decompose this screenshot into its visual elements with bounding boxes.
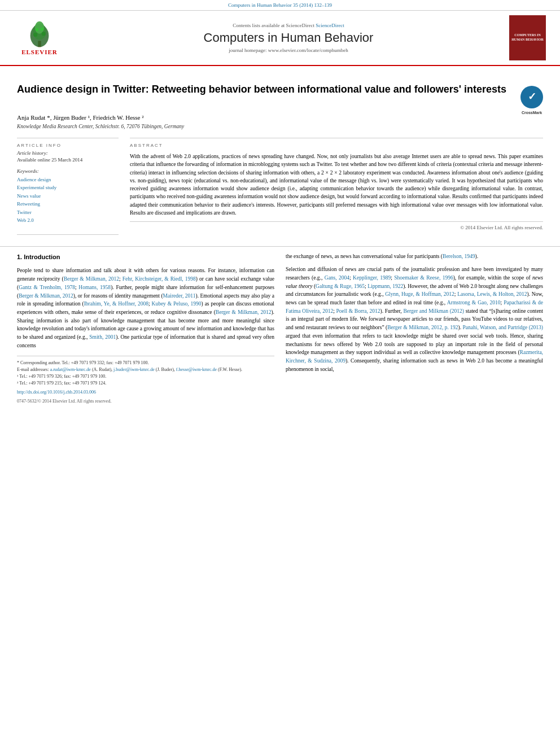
ref-berger-milkman-5[interactable]: Berger & Milkman, 2012, p. 192 [387, 325, 458, 330]
journal-center: Contents lists available at ScienceDirec… [68, 23, 509, 53]
keyword-3[interactable]: News value [17, 192, 119, 200]
article-history: Article history: Available online 25 Mar… [17, 150, 119, 163]
svg-point-7 [41, 28, 43, 30]
keyword-1[interactable]: Audience design [17, 176, 119, 184]
history-label: Article history: [17, 150, 119, 156]
content-area: Audience design in Twitter: Retweeting b… [0, 66, 560, 243]
journal-title: Computers in Human Behavior [79, 30, 498, 45]
ref-galtung[interactable]: Galtung & Ruge, 1965 [316, 283, 365, 289]
footnote-email: E-mail addresses: a.rudat@iwm-kmrc.de (A… [17, 366, 274, 373]
ref-razmerita[interactable]: Razmerita, Kirchner, & Sudzina, 2009 [286, 350, 543, 364]
intro-paragraph-1: People tend to share information and tal… [17, 267, 274, 350]
article-info: ARTICLE INFO Article history: Available … [17, 138, 119, 235]
article-info-title: ARTICLE INFO [17, 143, 119, 148]
science-direct-link: Contents lists available at ScienceDirec… [79, 23, 498, 28]
ref-kepplinger[interactable]: Kepplinger, 1989 [353, 275, 391, 281]
paper-title-text: Audience design in Twitter: Retweeting b… [17, 83, 520, 96]
ref-homans[interactable]: Homans, 1958 [78, 285, 111, 290]
svg-point-6 [36, 28, 38, 31]
keywords-list: Audience design Experimental study News … [17, 176, 119, 224]
authors: Anja Rudat *, Jürgen Buder ¹, Friedrich … [17, 114, 543, 121]
footnotes: * Corresponding author. Tel.: +49 7071 9… [17, 356, 274, 405]
ref-gans[interactable]: Gans, 2004 [325, 275, 349, 281]
footnote-1: ¹ Tel.: +49 7071 979 326; fax: +49 7071 … [17, 373, 274, 380]
ref-kubey[interactable]: Kubey & Peluso, 1990 [152, 301, 202, 307]
right-column: the exchange of news, as news has conver… [286, 252, 543, 404]
elsevier-logo: ELSEVIER [11, 20, 68, 55]
elsevier-tree-icon [23, 20, 56, 49]
issn-bar: 0747-5632/© 2014 Elsevier Ltd. All right… [17, 398, 274, 405]
abstract-section: ABSTRACT With the advent of Web 2.0 appl… [130, 138, 543, 235]
left-column: 1. Introduction People tend to share inf… [17, 252, 274, 404]
ref-maireder[interactable]: Maireder, 2011 [163, 293, 196, 299]
affiliation: Knowledge Media Research Center, Schleic… [17, 124, 543, 129]
svg-point-5 [42, 32, 46, 36]
ref-lasorsa[interactable]: Lasorsa, Lewis, & Holton, 2012 [457, 291, 527, 297]
ref-shoemaker[interactable]: Shoemaker & Reese, 1996 [394, 275, 453, 281]
ref-ibrahim[interactable]: Ibrahim, Ye, & Hoffner, 2008 [84, 301, 148, 307]
footnote-corresponding: * Corresponding author. Tel.: +49 7071 9… [17, 360, 274, 366]
abstract-title: ABSTRACT [130, 143, 543, 148]
ref-lippmann[interactable]: Lippmann, 1922 [368, 283, 403, 289]
keyword-4[interactable]: Retweeting [17, 200, 119, 208]
copyright-notice: © 2014 Elsevier Ltd. All rights reserved… [130, 221, 543, 230]
journal-cover: COMPUTERS IN HUMAN BEHAVIOR [509, 15, 549, 60]
journal-header: ELSEVIER Contents lists available at Sci… [0, 11, 560, 66]
ref-berger-milkman-4[interactable]: Berger and Milkman (2012) [403, 308, 464, 314]
ref-berger-milkman-2012[interactable]: Berger & Milkman, 2012 [64, 276, 119, 282]
email-hesse[interactable]: f.hesse@iwm-kmrc.de [176, 367, 217, 372]
ref-berger-milkman-3[interactable]: Berger & Milkman, 2012 [216, 309, 272, 315]
journal-homepage: journal homepage: www.elsevier.com/locat… [79, 47, 498, 53]
ref-fehr[interactable]: Fehr, Kirchsteiger, & Riedl, 1998 [123, 276, 196, 282]
ref-glynn[interactable]: Glynn, Huge, & Hoffman, 2012 [385, 291, 454, 297]
keyword-5[interactable]: Twitter [17, 208, 119, 216]
ref-poell[interactable]: Poell & Borra, 2012 [336, 308, 380, 314]
journal-citation: Computers in Human Behavior 35 (2014) 13… [0, 0, 560, 11]
available-online: Available online 25 March 2014 [17, 157, 119, 163]
intro-paragraph-right-2: Selection and diffusion of news are cruc… [286, 265, 543, 373]
doi-link[interactable]: http://dx.doi.org/10.1016/j.chb.2014.03.… [17, 390, 96, 395]
paper-title-row: Audience design in Twitter: Retweeting b… [17, 83, 543, 108]
crossmark-label: CrossMark [518, 110, 546, 115]
ref-armstrong[interactable]: Armstrong & Gao, 2010 [447, 300, 501, 305]
keywords-label: Keywords: [17, 168, 119, 174]
ref-smith[interactable]: Smith, 2001 [89, 334, 116, 340]
doi-bar: http://dx.doi.org/10.1016/j.chb.2014.03.… [17, 389, 274, 396]
journal-cover-image: COMPUTERS IN HUMAN BEHAVIOR [509, 15, 546, 60]
ref-panahi[interactable]: Panahi, Watson, and Partridge (2013) [463, 325, 543, 330]
keyword-2[interactable]: Experimental study [17, 184, 119, 191]
ref-gantz[interactable]: Gantz & Trenholm, 1978 [19, 285, 75, 290]
science-direct-anchor[interactable]: ScienceDirect [316, 23, 344, 28]
email-buder[interactable]: j.buder@iwm-kmrc.de [113, 367, 155, 372]
email-rudat[interactable]: a.rudat@iwm-kmrc.de [50, 367, 91, 372]
introduction-title: 1. Introduction [17, 252, 274, 262]
crossmark-badge: ✓ [520, 86, 543, 108]
ref-berger-milkman-2[interactable]: Berger & Milkman, 2012 [19, 293, 73, 299]
article-info-abstract-row: ARTICLE INFO Article history: Available … [17, 138, 543, 235]
svg-point-4 [33, 33, 37, 37]
elsevier-brand-text: ELSEVIER [21, 49, 58, 55]
footnote-2: ² Tel.: +49 7071 979 215; fax: +49 7071 … [17, 380, 274, 387]
main-content: 1. Introduction People tend to share inf… [0, 246, 560, 410]
intro-paragraph-right-1: the exchange of news, as news has conver… [286, 252, 543, 261]
ref-berelson[interactable]: Berelson, 1949 [443, 254, 475, 259]
keywords-section: Keywords: Audience design Experimental s… [17, 168, 119, 224]
keyword-6[interactable]: Web 2.0 [17, 216, 119, 224]
abstract-text: With the advent of Web 2.0 applications,… [130, 152, 543, 217]
